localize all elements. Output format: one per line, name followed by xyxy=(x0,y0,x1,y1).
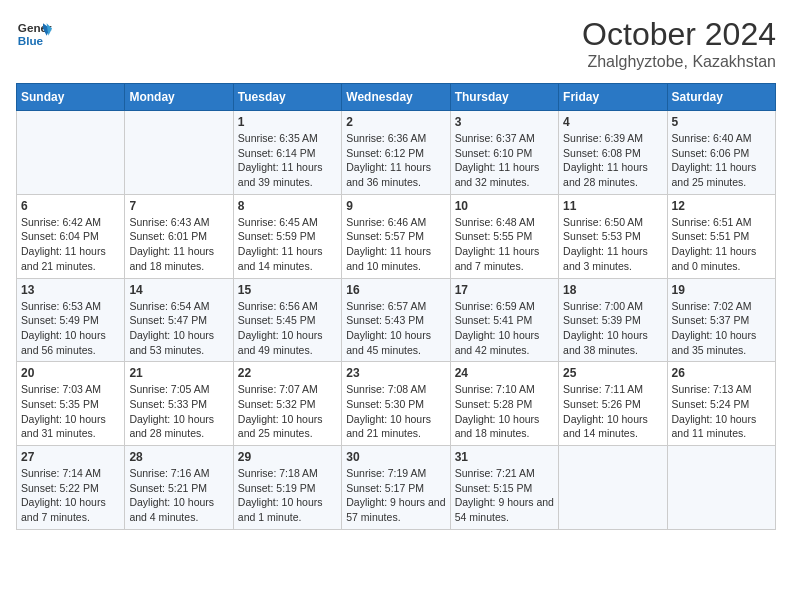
calendar-cell: 30Sunrise: 7:19 AMSunset: 5:17 PMDayligh… xyxy=(342,446,450,530)
day-number: 14 xyxy=(129,283,228,297)
day-info: Sunrise: 6:39 AMSunset: 6:08 PMDaylight:… xyxy=(563,131,662,190)
day-info: Sunrise: 7:05 AMSunset: 5:33 PMDaylight:… xyxy=(129,382,228,441)
calendar-week-5: 27Sunrise: 7:14 AMSunset: 5:22 PMDayligh… xyxy=(17,446,776,530)
calendar-cell: 23Sunrise: 7:08 AMSunset: 5:30 PMDayligh… xyxy=(342,362,450,446)
day-number: 24 xyxy=(455,366,554,380)
calendar-week-3: 13Sunrise: 6:53 AMSunset: 5:49 PMDayligh… xyxy=(17,278,776,362)
calendar-cell: 29Sunrise: 7:18 AMSunset: 5:19 PMDayligh… xyxy=(233,446,341,530)
title-block: October 2024 Zhalghyztobe, Kazakhstan xyxy=(582,16,776,71)
weekday-header-friday: Friday xyxy=(559,84,667,111)
day-info: Sunrise: 7:11 AMSunset: 5:26 PMDaylight:… xyxy=(563,382,662,441)
day-info: Sunrise: 7:07 AMSunset: 5:32 PMDaylight:… xyxy=(238,382,337,441)
day-number: 4 xyxy=(563,115,662,129)
day-number: 19 xyxy=(672,283,771,297)
month-title: October 2024 xyxy=(582,16,776,53)
day-number: 29 xyxy=(238,450,337,464)
calendar-week-2: 6Sunrise: 6:42 AMSunset: 6:04 PMDaylight… xyxy=(17,194,776,278)
day-info: Sunrise: 6:48 AMSunset: 5:55 PMDaylight:… xyxy=(455,215,554,274)
calendar-week-4: 20Sunrise: 7:03 AMSunset: 5:35 PMDayligh… xyxy=(17,362,776,446)
weekday-header-saturday: Saturday xyxy=(667,84,775,111)
calendar-cell: 26Sunrise: 7:13 AMSunset: 5:24 PMDayligh… xyxy=(667,362,775,446)
weekday-header-row: SundayMondayTuesdayWednesdayThursdayFrid… xyxy=(17,84,776,111)
day-info: Sunrise: 6:53 AMSunset: 5:49 PMDaylight:… xyxy=(21,299,120,358)
day-number: 15 xyxy=(238,283,337,297)
weekday-header-tuesday: Tuesday xyxy=(233,84,341,111)
calendar-cell xyxy=(125,111,233,195)
day-number: 12 xyxy=(672,199,771,213)
day-info: Sunrise: 6:35 AMSunset: 6:14 PMDaylight:… xyxy=(238,131,337,190)
calendar-cell: 19Sunrise: 7:02 AMSunset: 5:37 PMDayligh… xyxy=(667,278,775,362)
calendar-cell: 3Sunrise: 6:37 AMSunset: 6:10 PMDaylight… xyxy=(450,111,558,195)
day-info: Sunrise: 6:59 AMSunset: 5:41 PMDaylight:… xyxy=(455,299,554,358)
day-info: Sunrise: 6:57 AMSunset: 5:43 PMDaylight:… xyxy=(346,299,445,358)
calendar-cell xyxy=(17,111,125,195)
day-number: 17 xyxy=(455,283,554,297)
calendar-cell: 18Sunrise: 7:00 AMSunset: 5:39 PMDayligh… xyxy=(559,278,667,362)
calendar-body: 1Sunrise: 6:35 AMSunset: 6:14 PMDaylight… xyxy=(17,111,776,530)
day-info: Sunrise: 7:03 AMSunset: 5:35 PMDaylight:… xyxy=(21,382,120,441)
weekday-header-sunday: Sunday xyxy=(17,84,125,111)
calendar-cell: 5Sunrise: 6:40 AMSunset: 6:06 PMDaylight… xyxy=(667,111,775,195)
day-number: 20 xyxy=(21,366,120,380)
day-number: 6 xyxy=(21,199,120,213)
day-number: 31 xyxy=(455,450,554,464)
calendar-cell: 27Sunrise: 7:14 AMSunset: 5:22 PMDayligh… xyxy=(17,446,125,530)
day-number: 25 xyxy=(563,366,662,380)
day-info: Sunrise: 7:10 AMSunset: 5:28 PMDaylight:… xyxy=(455,382,554,441)
day-number: 2 xyxy=(346,115,445,129)
calendar-cell: 22Sunrise: 7:07 AMSunset: 5:32 PMDayligh… xyxy=(233,362,341,446)
calendar-cell: 2Sunrise: 6:36 AMSunset: 6:12 PMDaylight… xyxy=(342,111,450,195)
calendar-cell xyxy=(559,446,667,530)
calendar-cell: 7Sunrise: 6:43 AMSunset: 6:01 PMDaylight… xyxy=(125,194,233,278)
day-info: Sunrise: 6:40 AMSunset: 6:06 PMDaylight:… xyxy=(672,131,771,190)
calendar-cell: 13Sunrise: 6:53 AMSunset: 5:49 PMDayligh… xyxy=(17,278,125,362)
day-number: 21 xyxy=(129,366,228,380)
calendar-cell: 15Sunrise: 6:56 AMSunset: 5:45 PMDayligh… xyxy=(233,278,341,362)
day-number: 22 xyxy=(238,366,337,380)
day-info: Sunrise: 6:36 AMSunset: 6:12 PMDaylight:… xyxy=(346,131,445,190)
day-number: 10 xyxy=(455,199,554,213)
day-info: Sunrise: 6:45 AMSunset: 5:59 PMDaylight:… xyxy=(238,215,337,274)
day-number: 23 xyxy=(346,366,445,380)
calendar-table: SundayMondayTuesdayWednesdayThursdayFrid… xyxy=(16,83,776,530)
svg-text:Blue: Blue xyxy=(18,34,44,47)
weekday-header-thursday: Thursday xyxy=(450,84,558,111)
calendar-cell: 11Sunrise: 6:50 AMSunset: 5:53 PMDayligh… xyxy=(559,194,667,278)
calendar-cell: 14Sunrise: 6:54 AMSunset: 5:47 PMDayligh… xyxy=(125,278,233,362)
day-info: Sunrise: 7:02 AMSunset: 5:37 PMDaylight:… xyxy=(672,299,771,358)
day-number: 28 xyxy=(129,450,228,464)
day-info: Sunrise: 7:00 AMSunset: 5:39 PMDaylight:… xyxy=(563,299,662,358)
calendar-cell: 4Sunrise: 6:39 AMSunset: 6:08 PMDaylight… xyxy=(559,111,667,195)
weekday-header-wednesday: Wednesday xyxy=(342,84,450,111)
day-info: Sunrise: 6:43 AMSunset: 6:01 PMDaylight:… xyxy=(129,215,228,274)
day-info: Sunrise: 7:14 AMSunset: 5:22 PMDaylight:… xyxy=(21,466,120,525)
day-info: Sunrise: 6:37 AMSunset: 6:10 PMDaylight:… xyxy=(455,131,554,190)
calendar-week-1: 1Sunrise: 6:35 AMSunset: 6:14 PMDaylight… xyxy=(17,111,776,195)
calendar-cell: 10Sunrise: 6:48 AMSunset: 5:55 PMDayligh… xyxy=(450,194,558,278)
calendar-cell: 16Sunrise: 6:57 AMSunset: 5:43 PMDayligh… xyxy=(342,278,450,362)
day-info: Sunrise: 7:08 AMSunset: 5:30 PMDaylight:… xyxy=(346,382,445,441)
calendar-cell: 12Sunrise: 6:51 AMSunset: 5:51 PMDayligh… xyxy=(667,194,775,278)
day-info: Sunrise: 6:50 AMSunset: 5:53 PMDaylight:… xyxy=(563,215,662,274)
calendar-cell: 25Sunrise: 7:11 AMSunset: 5:26 PMDayligh… xyxy=(559,362,667,446)
day-number: 18 xyxy=(563,283,662,297)
day-number: 1 xyxy=(238,115,337,129)
location-subtitle: Zhalghyztobe, Kazakhstan xyxy=(582,53,776,71)
day-info: Sunrise: 6:42 AMSunset: 6:04 PMDaylight:… xyxy=(21,215,120,274)
day-number: 30 xyxy=(346,450,445,464)
calendar-cell: 6Sunrise: 6:42 AMSunset: 6:04 PMDaylight… xyxy=(17,194,125,278)
day-info: Sunrise: 6:46 AMSunset: 5:57 PMDaylight:… xyxy=(346,215,445,274)
day-number: 27 xyxy=(21,450,120,464)
day-info: Sunrise: 7:16 AMSunset: 5:21 PMDaylight:… xyxy=(129,466,228,525)
day-info: Sunrise: 6:56 AMSunset: 5:45 PMDaylight:… xyxy=(238,299,337,358)
logo: General Blue xyxy=(16,16,52,52)
day-info: Sunrise: 7:18 AMSunset: 5:19 PMDaylight:… xyxy=(238,466,337,525)
calendar-cell: 17Sunrise: 6:59 AMSunset: 5:41 PMDayligh… xyxy=(450,278,558,362)
day-number: 5 xyxy=(672,115,771,129)
day-number: 11 xyxy=(563,199,662,213)
calendar-cell: 21Sunrise: 7:05 AMSunset: 5:33 PMDayligh… xyxy=(125,362,233,446)
day-number: 13 xyxy=(21,283,120,297)
logo-icon: General Blue xyxy=(16,16,52,52)
calendar-cell: 20Sunrise: 7:03 AMSunset: 5:35 PMDayligh… xyxy=(17,362,125,446)
day-info: Sunrise: 7:19 AMSunset: 5:17 PMDaylight:… xyxy=(346,466,445,525)
